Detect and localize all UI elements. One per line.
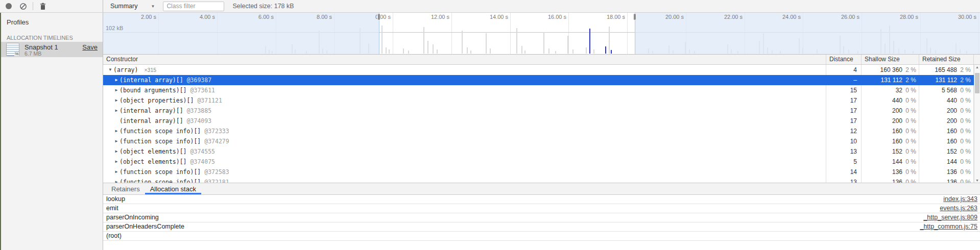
distance-cell: 5 [826,157,862,167]
scroll-up-icon[interactable]: ▲ [974,65,980,69]
table-row[interactable]: ▶(internal array)[]@369387–131 1122 %131… [103,75,980,85]
profiler-controls [0,0,103,12]
selection-handle-right[interactable] [633,13,636,20]
table-row[interactable]: (internal array)[]@374093172000 %2000 % [103,116,980,126]
sidebar-item-snapshot-1[interactable]: % Snapshot 1 6.7 MB Save [1,42,103,57]
column-header-shallow-size[interactable]: Shallow Size [862,55,919,64]
ruler-label: 26.00 s [819,14,859,20]
ruler-label: 22.00 s [702,14,743,20]
scrollbar-thumb[interactable] [975,73,979,93]
object-id: @374093 [187,116,211,126]
object-id: @374279 [204,136,229,146]
perspective-select[interactable]: Summary ▼ [108,3,157,10]
table-row[interactable]: ▼(array)×3154160 3602 %165 4882 % [103,65,980,75]
class-filter-input[interactable] [163,2,224,11]
column-header-distance[interactable]: Distance [826,55,862,64]
shallow-size-cell: 1440 % [862,157,919,167]
expand-arrow-icon[interactable]: ▶ [113,126,119,136]
allocation-bar [403,48,404,54]
save-link[interactable]: Save [82,43,98,51]
retained-size-percent: 0 % [957,126,973,136]
heap-snapshot-icon: % [6,43,19,56]
object-id: @371121 [197,95,222,106]
column-header-retained-size[interactable]: Retained Size [919,55,974,64]
ruler-label: 12.00 s [409,14,449,20]
tab-allocation-stack[interactable]: Allocation stack [145,183,201,194]
table-row[interactable]: ▶(function scope info)[]@374279101600 %1… [103,136,980,146]
allocation-bar [386,47,387,54]
table-row[interactable]: ▶(function scope info)[]@372333121600 %1… [103,126,980,136]
constructor-cell: ▶(object elements)[]@374555 [103,146,826,157]
expand-arrow-icon[interactable]: ▶ [113,146,119,157]
source-link[interactable]: _http_common.js:75 [920,222,980,231]
retained-size-cell: 4400 % [919,95,974,106]
shallow-size-percent: 0 % [902,95,919,106]
circle-slash-icon [19,3,27,10]
allocation-bar [593,49,594,54]
shallow-size-value: 136 [862,167,902,177]
shallow-size-percent: 2 % [902,65,919,75]
stack-frame-row[interactable]: parserOnHeadersComplete_http_common.js:7… [103,222,980,232]
live-allocation-bar [611,50,612,54]
scroll-down-icon[interactable]: ▼ [974,179,980,182]
selection-handle-left[interactable] [377,13,380,20]
stack-frame-row[interactable]: parserOnIncoming_http_server.js:809 [103,213,980,222]
stack-frame-row[interactable]: (root) [103,232,980,241]
ruler-label: 8.00 s [291,14,332,20]
retained-size-value: 200 [919,106,957,116]
ruler-label: 24.00 s [760,14,801,20]
expand-arrow-icon[interactable]: ▶ [113,167,119,177]
allocation-stack-panel: lookupindex.js:343emitevents.js:263parse… [103,195,980,250]
allocation-bar [408,51,409,54]
table-row[interactable]: ▶(object elements)[]@37407551440 %1440 % [103,157,980,167]
shallow-size-cell: 1600 % [862,136,919,146]
ruler-tick [510,13,511,54]
object-id: @373611 [190,85,215,95]
table-row[interactable]: ▶(bound arguments)[]@37361115320 %5 5680… [103,85,980,95]
source-link[interactable]: _http_server.js:809 [923,213,980,222]
expand-arrow-icon[interactable]: ▶ [113,157,119,167]
delete-profile-button[interactable] [38,2,47,11]
object-id: @372181 [204,177,229,183]
collapse-arrow-icon[interactable]: ▼ [107,65,113,75]
allocation-bar [462,31,463,54]
object-id: @369387 [187,75,211,85]
constructor-name: (object elements)[] [119,146,187,157]
grid-scrollbar[interactable]: ▲ ▼ [974,65,980,183]
distance-cell: 13 [826,146,862,157]
retained-size-value: 440 [919,95,957,106]
constructor-name: (object elements)[] [119,157,187,167]
table-row[interactable]: ▶(object properties)[]@371121174400 %440… [103,95,980,106]
retained-size-percent: 0 % [957,167,973,177]
retained-size-percent: 2 % [957,75,973,85]
source-link[interactable]: events.js:263 [940,204,980,213]
clear-profiles-button[interactable] [18,2,28,11]
retained-size-value: 152 [919,146,957,157]
expand-arrow-icon[interactable]: ▶ [113,85,119,95]
stack-frame-name: parserOnHeadersComplete [103,222,920,231]
table-row[interactable]: ▶(object elements)[]@374555131520 %1520 … [103,146,980,157]
expand-arrow-icon[interactable]: ▶ [113,95,119,106]
snapshot-size: 6.7 MB [25,51,41,57]
table-row[interactable]: ▶(internal array)[]@373885172000 %2000 % [103,106,980,116]
heap-grid: Constructor Distance Shallow Size Retain… [103,55,980,183]
expand-arrow-icon[interactable]: ▶ [113,75,119,85]
ruler-tick [627,13,628,54]
stack-frame-row[interactable]: lookupindex.js:343 [103,195,980,204]
ruler-label: 0.00 s [350,14,391,20]
constructor-cell: ▶(function scope info)[]@372583 [103,167,826,177]
record-button[interactable] [4,2,13,11]
constructor-cell: ▶(internal array)[]@369387 [103,75,826,85]
expand-arrow-icon[interactable]: ▶ [113,136,119,146]
column-header-constructor[interactable]: Constructor [103,55,826,64]
table-row[interactable]: ▶(function scope info)[]@372583141360 %1… [103,167,980,177]
table-row[interactable]: ▶(function scope info)[]@372181131360 %1… [103,177,980,183]
source-link[interactable]: index.js:343 [943,195,980,204]
expand-arrow-icon[interactable]: ▶ [113,177,119,183]
tab-retainers[interactable]: Retainers [106,183,145,194]
expand-arrow-icon[interactable]: ▶ [113,106,119,116]
stack-frame-row[interactable]: emitevents.js:263 [103,204,980,213]
constructor-name: (array) [113,65,138,75]
overview[interactable]: 102 kB 2.00 s4.00 s6.00 s8.00 s0.00 s12.… [103,13,980,55]
shallow-size-value: 136 [862,177,902,183]
